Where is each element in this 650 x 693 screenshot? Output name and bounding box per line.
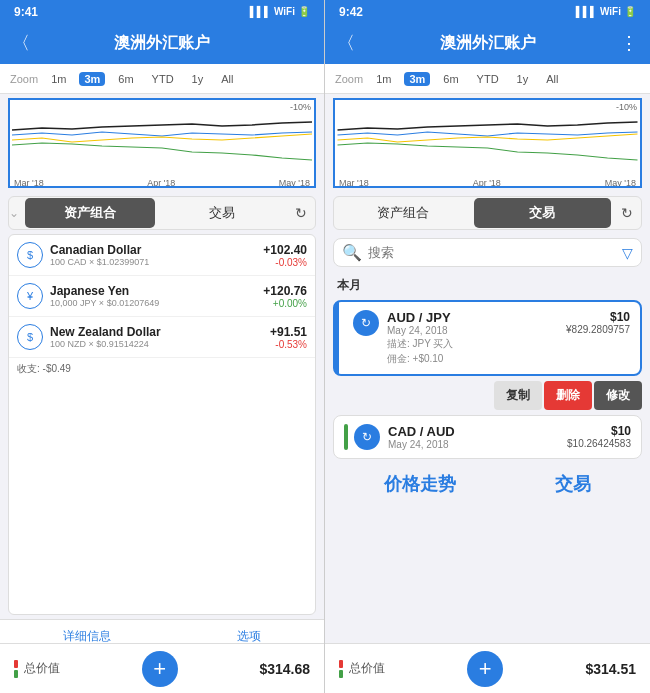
indicator-green [14, 670, 18, 678]
left-tab-portfolio[interactable]: 资产组合 [25, 198, 155, 228]
copy-button[interactable]: 复制 [494, 381, 542, 410]
zoom-1m-right[interactable]: 1m [371, 72, 396, 86]
transaction-item-2[interactable]: ↻ CAD / AUD May 24, 2018 $10 $10.2642458… [333, 415, 642, 459]
left-tab-trades[interactable]: 交易 [157, 198, 287, 228]
list-item[interactable]: ¥ Japanese Yen 10,000 JPY × $0.01207649 … [9, 276, 315, 317]
right-tab-bar: 资产组合 交易 ↻ [333, 196, 642, 230]
left-zoom-label: Zoom [10, 73, 38, 85]
nzd-icon: $ [17, 324, 43, 350]
nzd-values: +91.51 -0.53% [270, 325, 307, 350]
nzd-amount: +91.51 [270, 325, 307, 339]
swipe-actions: 复制 删除 修改 [333, 381, 642, 410]
zoom-1m-left[interactable]: 1m [46, 72, 71, 86]
battery-icon: 🔋 [298, 6, 310, 17]
jpy-amount: +120.76 [263, 284, 307, 298]
left-zoom-bar: Zoom 1m 3m 6m YTD 1y All [0, 64, 324, 94]
right-search-bar[interactable]: 🔍 ▽ [333, 238, 642, 267]
left-date-may: May '18 [279, 178, 310, 188]
left-indicator [14, 660, 18, 678]
right-indicator-green [339, 670, 343, 678]
right-total-bar: 总价值 + $314.51 [325, 643, 650, 693]
right-add-button[interactable]: + [467, 651, 503, 687]
right-chart: -10% Mar '18 Apr '18 May '18 [333, 98, 642, 188]
zoom-3m-right[interactable]: 3m [404, 72, 430, 86]
right-signal-icon: ▌▌▌ [576, 6, 597, 17]
tx2-usd: $10 [567, 424, 631, 438]
zoom-6m-left[interactable]: 6m [113, 72, 138, 86]
right-page-title: 澳洲外汇账户 [440, 33, 536, 54]
tx1-date: May 24, 2018 [387, 325, 566, 336]
right-zoom-bar: Zoom 1m 3m 6m YTD 1y All [325, 64, 650, 94]
right-date-mar: Mar '18 [339, 178, 369, 188]
tx-left-bar [335, 302, 339, 374]
left-status-icons: ▌▌▌ WiFi 🔋 [250, 6, 310, 17]
tx2-pair: CAD / AUD [388, 424, 567, 439]
right-total-label: 总价值 [349, 660, 385, 677]
jpy-values: +120.76 +0.00% [263, 284, 307, 309]
cad-amount: +102.40 [263, 243, 307, 257]
left-chart-svg [10, 100, 314, 172]
zoom-3m-left[interactable]: 3m [79, 72, 105, 86]
left-status-bar: 9:41 ▌▌▌ WiFi 🔋 [0, 0, 324, 22]
zoom-all-left[interactable]: All [216, 72, 238, 86]
filter-icon[interactable]: ▽ [622, 245, 633, 261]
nzd-name: New Zealand Dollar [50, 325, 270, 339]
jpy-change: +0.00% [263, 298, 307, 309]
right-zoom-label: Zoom [335, 73, 363, 85]
right-indicator-red [339, 660, 343, 668]
jpy-icon: ¥ [17, 283, 43, 309]
right-chart-dates: Mar '18 Apr '18 May '18 [335, 176, 640, 188]
right-more-button[interactable]: ⋮ [620, 32, 638, 54]
right-date-may: May '18 [605, 178, 636, 188]
right-annotations: 价格走势 交易 [325, 462, 650, 502]
zoom-ytd-left[interactable]: YTD [147, 72, 179, 86]
tx1-info: AUD / JPY May 24, 2018 描述: JPY 买入 佣金: +$… [387, 310, 566, 366]
tx2-info: CAD / AUD May 24, 2018 [388, 424, 567, 450]
zoom-ytd-right[interactable]: YTD [472, 72, 504, 86]
left-tab-refresh[interactable]: ↻ [287, 199, 315, 227]
list-item[interactable]: $ New Zealand Dollar 100 NZD × $0.915142… [9, 317, 315, 358]
left-date-mar: Mar '18 [14, 178, 44, 188]
zoom-1y-right[interactable]: 1y [512, 72, 534, 86]
left-date-apr: Apr '18 [147, 178, 175, 188]
left-add-button[interactable]: + [142, 651, 178, 687]
list-item[interactable]: $ Canadian Dollar 100 CAD × $1.02399071 … [9, 235, 315, 276]
left-back-button[interactable]: 〈 [12, 31, 30, 55]
delete-button[interactable]: 删除 [544, 381, 592, 410]
left-tab-chevron[interactable]: ⌄ [9, 206, 19, 220]
right-status-icons: ▌▌▌ WiFi 🔋 [576, 6, 636, 17]
jpy-detail: 10,000 JPY × $0.01207649 [50, 298, 263, 308]
search-icon: 🔍 [342, 243, 362, 262]
right-tab-refresh[interactable]: ↻ [613, 199, 641, 227]
zoom-all-right[interactable]: All [541, 72, 563, 86]
left-chart-y-label: -10% [290, 102, 311, 112]
left-time: 9:41 [14, 5, 38, 19]
search-input[interactable] [368, 245, 616, 260]
transaction-item-1[interactable]: ↻ AUD / JPY May 24, 2018 描述: JPY 买入 佣金: … [333, 300, 642, 376]
tx2-amount: $10 $10.26424583 [567, 424, 631, 449]
cad-icon: $ [17, 242, 43, 268]
right-annotation-trades: 交易 [555, 472, 591, 496]
nzd-info: New Zealand Dollar 100 NZD × $0.91514224 [50, 325, 270, 349]
right-nav-bar: 〈 澳洲外汇账户 ⋮ [325, 22, 650, 64]
left-chart: -10% Mar '18 Apr '18 May '18 [8, 98, 316, 188]
cad-detail: 100 CAD × $1.02399071 [50, 257, 263, 267]
zoom-6m-right[interactable]: 6m [438, 72, 463, 86]
right-total-left: 总价值 [339, 660, 385, 678]
zoom-1y-left[interactable]: 1y [187, 72, 209, 86]
cad-info: Canadian Dollar 100 CAD × $1.02399071 [50, 243, 263, 267]
right-tab-trades[interactable]: 交易 [474, 198, 612, 228]
right-back-button[interactable]: 〈 [337, 31, 355, 55]
left-phone: 9:41 ▌▌▌ WiFi 🔋 〈 澳洲外汇账户 Zoom 1m 3m 6m Y… [0, 0, 325, 693]
right-phone: 9:42 ▌▌▌ WiFi 🔋 〈 澳洲外汇账户 ⋮ Zoom 1m 3m 6m… [325, 0, 650, 693]
right-tab-portfolio[interactable]: 资产组合 [334, 198, 472, 228]
right-annotation-chart: 价格走势 [384, 472, 456, 496]
modify-button[interactable]: 修改 [594, 381, 642, 410]
right-time: 9:42 [339, 5, 363, 19]
jpy-info: Japanese Yen 10,000 JPY × $0.01207649 [50, 284, 263, 308]
left-nav-bar: 〈 澳洲外汇账户 [0, 22, 324, 64]
tx2-icon: ↻ [354, 424, 380, 450]
cad-change: -0.03% [263, 257, 307, 268]
tx2-bar [344, 424, 348, 450]
left-chart-dates: Mar '18 Apr '18 May '18 [10, 176, 314, 188]
